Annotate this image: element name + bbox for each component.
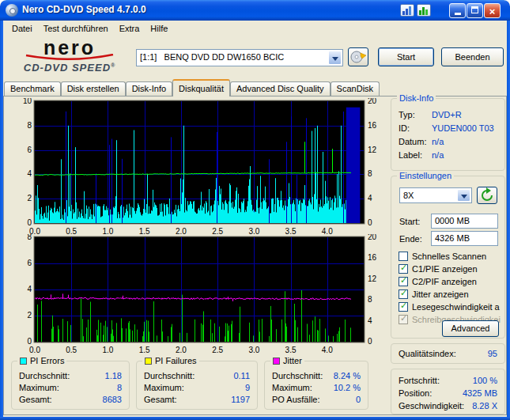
menubar: Datei Test durchführen Extra Hilfe bbox=[3, 21, 507, 36]
checkbox-jitter-anzeigen[interactable]: ✓ Jitter anzeigen bbox=[399, 289, 501, 301]
disc-tool-icon bbox=[349, 48, 368, 66]
check-icon: ✓ bbox=[400, 289, 407, 298]
window-border-bottom bbox=[0, 417, 510, 420]
svg-text:6: 6 bbox=[27, 259, 32, 267]
pi-failures-caption: PI Failures bbox=[142, 356, 199, 365]
start-button[interactable]: Start bbox=[378, 47, 434, 66]
checkbox-schnelles-scannen[interactable]: ✓ Schnelles Scannen bbox=[399, 252, 501, 263]
drive-combo-dropdown-button[interactable] bbox=[328, 51, 342, 65]
titlebar: Nero CD-DVD Speed 4.7.0.0 × bbox=[0, 0, 510, 21]
close-button[interactable]: × bbox=[484, 3, 501, 18]
checkbox-c1-pie-anzeigen[interactable]: ✓ C1/PIE anzeigen bbox=[399, 264, 501, 275]
logo-subtitle: CD-DVD SPEED® bbox=[9, 62, 130, 74]
advanced-button[interactable]: Advanced bbox=[442, 320, 499, 337]
pi-errors-group: PI Errors Durchschnitt:1.18 Maximum:8 Ge… bbox=[11, 361, 130, 410]
svg-text:20: 20 bbox=[368, 234, 377, 241]
minimize-button[interactable] bbox=[449, 3, 466, 18]
mini-chart-icon-2[interactable] bbox=[417, 4, 431, 17]
check-icon: ✓ bbox=[400, 264, 407, 273]
disc-tool-button[interactable] bbox=[348, 47, 368, 66]
maximize-icon bbox=[471, 6, 478, 13]
svg-text:8: 8 bbox=[368, 295, 372, 304]
menu-test-durchfuehren[interactable]: Test durchführen bbox=[38, 22, 114, 35]
jitter-color-swatch bbox=[273, 358, 280, 365]
jitter-max-row: Maximum:10.2 % bbox=[272, 383, 361, 393]
menu-hilfe[interactable]: Hilfe bbox=[145, 22, 173, 35]
quality-index-row: Qualitätsindex:95 bbox=[399, 349, 497, 359]
start-field-label: Start: bbox=[399, 217, 420, 226]
settings-group: Einstellungen 8X Start: 0000 MB Ende: 43… bbox=[391, 176, 505, 339]
svg-text:0: 0 bbox=[368, 218, 372, 227]
po-failures-row: PO Ausfälle:0 bbox=[272, 395, 361, 405]
svg-text:0: 0 bbox=[368, 337, 372, 346]
progress-row: Fortschritt:100 % bbox=[399, 376, 497, 386]
check-icon: ✓ bbox=[400, 277, 407, 286]
menu-extra[interactable]: Extra bbox=[114, 22, 145, 35]
quit-button[interactable]: Beenden bbox=[441, 47, 504, 66]
tab-strip: Benchmark Disk erstellen Disk-Info Diskq… bbox=[4, 79, 380, 96]
svg-text:8: 8 bbox=[27, 121, 32, 130]
svg-text:4.0: 4.0 bbox=[322, 346, 333, 354]
svg-text:12: 12 bbox=[368, 146, 377, 154]
disk-type-row: Typ:DVD+R bbox=[399, 110, 497, 120]
end-field-label: Ende: bbox=[399, 234, 422, 244]
window-border-left bbox=[0, 21, 3, 420]
position-row: Position:4325 MB bbox=[399, 388, 497, 399]
checkbox-box: ✓ bbox=[399, 252, 408, 261]
disk-date-row: Datum:n/a bbox=[399, 137, 497, 147]
jitter-avg-row: Durchschnitt:8.24 % bbox=[272, 371, 361, 381]
svg-text:4: 4 bbox=[368, 194, 372, 202]
checkbox-box: ✓ bbox=[399, 277, 408, 286]
start-field[interactable]: 0000 MB bbox=[431, 214, 498, 229]
tab-scandisk[interactable]: ScanDisk bbox=[331, 81, 380, 96]
speed-combo[interactable]: 8X bbox=[399, 187, 472, 203]
svg-text:6: 6 bbox=[27, 146, 32, 154]
drive-combo[interactable]: [1:1] BENQ DVD DD DW1650 BCIC bbox=[136, 49, 343, 66]
tab-disk-info[interactable]: Disk-Info bbox=[126, 81, 172, 96]
speed-row: Geschwindigkeit:8.28 X bbox=[399, 401, 497, 411]
svg-text:1.5: 1.5 bbox=[139, 346, 150, 354]
tab-benchmark[interactable]: Benchmark bbox=[4, 81, 61, 96]
pif-avg-row: Durchschnitt:0.11 bbox=[144, 371, 250, 381]
speed-combo-value: 8X bbox=[403, 191, 455, 200]
speed-combo-dropdown-button[interactable] bbox=[457, 189, 470, 202]
pi-failures-group: PI Failures Durchschnitt:0.11 Maximum:9 … bbox=[136, 361, 258, 410]
disk-info-caption: Disk-Info bbox=[397, 93, 436, 103]
pie-max-row: Maximum:8 bbox=[19, 383, 122, 393]
tab-diskqualitaet[interactable]: Diskqualität bbox=[172, 79, 230, 96]
svg-text:8: 8 bbox=[27, 234, 32, 241]
pif-max-row: Maximum:9 bbox=[144, 383, 250, 393]
refresh-icon bbox=[478, 187, 497, 203]
refresh-button[interactable] bbox=[477, 187, 497, 204]
tab-advanced-disc-quality[interactable]: Advanced Disc Quality bbox=[230, 81, 331, 96]
checkbox-box: ✓ bbox=[399, 315, 408, 324]
checkbox-lesegeschwindigkeit[interactable]: ✓ Lesegeschwindigkeit a bbox=[399, 302, 501, 313]
drive-combo-value: [1:1] BENQ DVD DD DW1650 BCIC bbox=[140, 52, 327, 62]
window-border-right bbox=[507, 21, 510, 420]
checkbox-box: ✓ bbox=[399, 302, 408, 312]
disk-label-row: Label:n/a bbox=[399, 150, 497, 161]
jitter-caption: Jitter bbox=[270, 356, 304, 365]
svg-text:2: 2 bbox=[27, 194, 32, 202]
svg-text:10: 10 bbox=[23, 98, 32, 105]
tab-disk-erstellen[interactable]: Disk erstellen bbox=[61, 81, 126, 96]
svg-text:1.0: 1.0 bbox=[102, 346, 113, 354]
svg-text:0.5: 0.5 bbox=[66, 346, 77, 354]
checkbox-c2-pif-anzeigen[interactable]: ✓ C2/PIF anzeigen bbox=[399, 277, 501, 288]
svg-text:12: 12 bbox=[368, 274, 377, 283]
svg-text:16: 16 bbox=[368, 253, 377, 262]
pi-errors-caption: PI Errors bbox=[17, 356, 66, 365]
check-icon: ✓ bbox=[400, 315, 407, 324]
menu-datei[interactable]: Datei bbox=[6, 22, 38, 35]
disk-id-row: ID:YUDEN000 T03 bbox=[399, 123, 497, 134]
pie-speed-chart: 02468100481216200.00.51.01.52.02.53.03.5… bbox=[6, 98, 387, 239]
svg-text:2: 2 bbox=[27, 311, 32, 320]
mini-chart-icon-1[interactable] bbox=[400, 4, 414, 17]
svg-text:20: 20 bbox=[368, 98, 377, 105]
maximize-button[interactable] bbox=[467, 3, 483, 18]
minimize-icon bbox=[455, 13, 461, 15]
end-field[interactable]: 4326 MB bbox=[431, 231, 498, 246]
pif-total-row: Gesamt:1197 bbox=[144, 395, 250, 405]
svg-text:2.0: 2.0 bbox=[176, 346, 187, 354]
svg-text:4: 4 bbox=[27, 169, 32, 178]
